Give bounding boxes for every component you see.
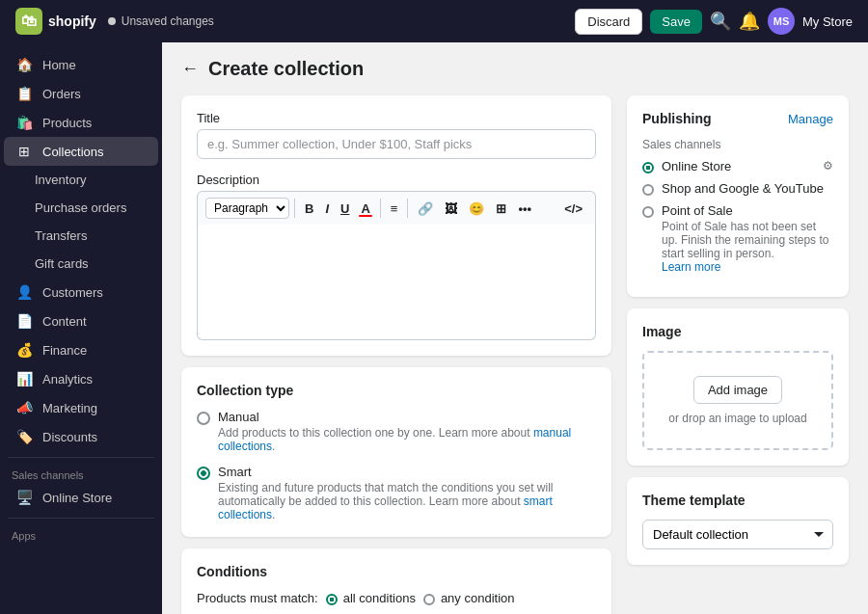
- content-main: Title Description Paragraph B I U A: [181, 95, 611, 614]
- align-button[interactable]: ≡: [386, 199, 403, 219]
- sidebar-item-marketing[interactable]: 📣 Marketing: [4, 393, 158, 422]
- content-icon: 📄: [15, 313, 33, 329]
- image-title: Image: [642, 324, 833, 339]
- pos-name: Point of Sale: [662, 203, 833, 218]
- pos-radio[interactable]: [642, 206, 654, 218]
- manual-radio[interactable]: [197, 412, 210, 425]
- search-icon[interactable]: 🔍: [710, 11, 731, 32]
- sidebar: 🏠 Home 📋 Orders 🛍️ Products ⊞ Collection…: [0, 42, 162, 614]
- sidebar-label-customers: Customers: [42, 285, 103, 300]
- collection-type-title: Collection type: [197, 383, 596, 398]
- add-image-button[interactable]: Add image: [693, 376, 782, 404]
- any-option: any condition: [423, 591, 515, 605]
- apps-section-label: Apps: [0, 524, 162, 544]
- toolbar-divider-2: [380, 199, 381, 218]
- manual-desc-period: .: [272, 440, 275, 453]
- manual-desc: Add products to this collection one by o…: [218, 426, 596, 453]
- online-store-radio[interactable]: [642, 162, 654, 174]
- sidebar-item-products[interactable]: 🛍️ Products: [4, 108, 158, 137]
- sidebar-item-customers[interactable]: 👤 Customers: [4, 278, 158, 307]
- shopify-logo: 🛍 shopify: [15, 8, 96, 35]
- sidebar-item-online-store[interactable]: 🖥️ Online Store: [4, 483, 158, 512]
- image-upload-area[interactable]: Add image or drop an image to upload: [642, 351, 833, 450]
- main-content: ← Create collection Title Description Pa…: [162, 42, 868, 614]
- sidebar-item-finance[interactable]: 💰 Finance: [4, 335, 158, 364]
- bold-button[interactable]: B: [300, 199, 318, 219]
- sidebar-label-purchase-orders: Purchase orders: [35, 200, 126, 215]
- back-button[interactable]: ←: [181, 59, 199, 79]
- sidebar-label-products: Products: [42, 116, 92, 130]
- shop-google-info: Shop and Google & YouTube: [662, 181, 833, 196]
- sales-channels-label: Sales channels: [642, 138, 833, 151]
- products-must-match-label: Products must match:: [197, 591, 318, 605]
- store-name[interactable]: My Store: [802, 14, 853, 29]
- smart-option[interactable]: Smart Existing and future products that …: [197, 465, 596, 521]
- paragraph-select[interactable]: Paragraph: [205, 198, 289, 219]
- theme-template-title: Theme template: [642, 493, 833, 508]
- manage-link[interactable]: Manage: [788, 112, 833, 126]
- sidebar-label-online-store: Online Store: [42, 491, 112, 505]
- all-conditions-radio[interactable]: [326, 594, 338, 605]
- theme-template-card: Theme template Default collection Custom…: [627, 477, 849, 565]
- sidebar-item-home[interactable]: 🏠 Home: [4, 50, 158, 79]
- color-button[interactable]: A: [356, 199, 374, 219]
- description-body[interactable]: [197, 225, 596, 340]
- avatar[interactable]: MS: [768, 8, 795, 35]
- italic-button[interactable]: I: [320, 199, 334, 219]
- conditions-card: Conditions Products must match: all cond…: [181, 548, 611, 614]
- bell-icon[interactable]: 🔔: [739, 11, 760, 32]
- match-options: all conditions: [326, 591, 416, 605]
- manual-option-content: Manual Add products to this collection o…: [218, 410, 596, 453]
- content-side: Publishing Manage Sales channels Online …: [627, 95, 849, 614]
- publishing-header: Publishing Manage: [642, 111, 833, 126]
- publishing-title: Publishing: [642, 111, 712, 126]
- collection-type-radio-group: Manual Add products to this collection o…: [197, 410, 596, 521]
- pos-desc-text: Point of Sale has not been set up. Finis…: [662, 220, 828, 260]
- smart-radio[interactable]: [197, 467, 210, 480]
- shop-google-name: Shop and Google & YouTube: [662, 181, 833, 196]
- sidebar-label-inventory: Inventory: [35, 173, 86, 187]
- title-input[interactable]: [197, 129, 596, 159]
- image-card: Image Add image or drop an image to uplo…: [627, 308, 849, 466]
- sidebar-item-inventory[interactable]: Inventory: [4, 166, 158, 194]
- more-button[interactable]: •••: [513, 199, 536, 219]
- sidebar-item-analytics[interactable]: 📊 Analytics: [4, 364, 158, 393]
- sidebar-item-content[interactable]: 📄 Content: [4, 307, 158, 335]
- shop-google-radio[interactable]: [642, 184, 654, 196]
- underline-button[interactable]: U: [336, 199, 354, 219]
- table-button[interactable]: ⊞: [491, 199, 511, 219]
- sidebar-label-marketing: Marketing: [42, 401, 97, 415]
- discard-button[interactable]: Discard: [575, 9, 642, 35]
- smart-label: Smart: [218, 465, 596, 479]
- image-button[interactable]: 🖼: [440, 199, 462, 219]
- page-title: Create collection: [208, 58, 364, 80]
- emoji-button[interactable]: 😊: [464, 199, 489, 219]
- pos-learn-more-link[interactable]: Learn more: [662, 260, 720, 274]
- theme-template-select[interactable]: Default collection Custom Featured: [642, 520, 833, 549]
- layout: 🏠 Home 📋 Orders 🛍️ Products ⊞ Collection…: [0, 42, 868, 614]
- sidebar-item-gift-cards[interactable]: Gift cards: [4, 250, 158, 278]
- save-button[interactable]: Save: [650, 10, 702, 34]
- sidebar-divider-2: [8, 518, 154, 519]
- any-condition-radio[interactable]: [423, 594, 435, 605]
- sidebar-item-discounts[interactable]: 🏷️ Discounts: [4, 422, 158, 451]
- collections-icon: ⊞: [15, 144, 33, 159]
- customers-icon: 👤: [15, 284, 33, 300]
- smart-desc-period: .: [272, 508, 275, 521]
- sidebar-label-orders: Orders: [42, 87, 81, 101]
- topbar-right: Discard Save 🔍 🔔 MS My Store: [575, 8, 853, 35]
- sidebar-label-discounts: Discounts: [42, 430, 97, 444]
- sidebar-item-purchase-orders[interactable]: Purchase orders: [4, 194, 158, 222]
- shopify-logo-text: shopify: [48, 13, 96, 29]
- sidebar-item-transfers[interactable]: Transfers: [4, 222, 158, 250]
- sidebar-label-finance: Finance: [42, 343, 87, 358]
- online-store-settings-icon[interactable]: ⚙: [823, 159, 833, 173]
- code-button[interactable]: </>: [559, 199, 587, 219]
- link-button[interactable]: 🔗: [413, 199, 438, 219]
- unsaved-label: Unsaved changes: [122, 14, 214, 28]
- sidebar-item-collections[interactable]: ⊞ Collections: [4, 137, 158, 166]
- manual-option[interactable]: Manual Add products to this collection o…: [197, 410, 596, 453]
- sidebar-item-orders[interactable]: 📋 Orders: [4, 79, 158, 108]
- unsaved-badge: Unsaved changes: [108, 14, 214, 28]
- upload-hint: or drop an image to upload: [660, 412, 816, 425]
